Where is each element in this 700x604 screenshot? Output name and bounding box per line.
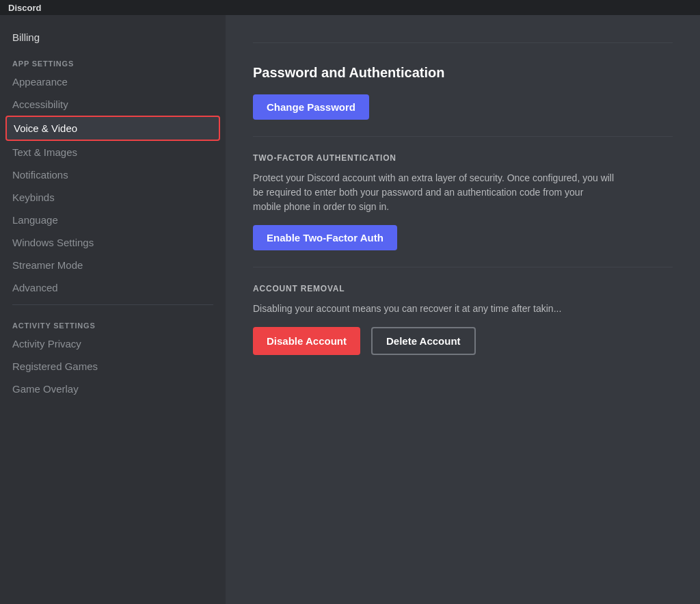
- disable-account-button[interactable]: Disable Account: [253, 327, 360, 355]
- sidebar-item-billing[interactable]: Billing: [5, 26, 220, 49]
- sidebar-item-game-overlay[interactable]: Game Overlay: [5, 378, 220, 400]
- sidebar-item-language[interactable]: Language: [5, 209, 220, 231]
- account-removal-section: ACCOUNT REMOVAL Disabling your account m…: [253, 284, 673, 355]
- sidebar-item-label: Appearance: [12, 76, 68, 88]
- sidebar-item-keybinds[interactable]: Keybinds: [5, 186, 220, 209]
- sidebar-divider: [12, 304, 213, 305]
- sidebar-item-notifications[interactable]: Notifications: [5, 163, 220, 186]
- change-password-button[interactable]: Change Password: [253, 94, 369, 120]
- sidebar-item-label: Registered Games: [12, 360, 98, 372]
- title-bar: Discord: [0, 0, 700, 15]
- two-factor-desc: Protect your Discord account with an ext…: [253, 171, 673, 214]
- app-title: Discord: [8, 3, 41, 13]
- sidebar-item-windows-settings[interactable]: Windows Settings: [5, 231, 220, 254]
- sidebar-item-label: Game Overlay: [12, 383, 79, 395]
- sidebar-item-label: Advanced: [12, 282, 58, 293]
- two-factor-desc-line3: mobile phone in order to sign in.: [253, 201, 389, 212]
- sidebar-item-advanced[interactable]: Advanced: [5, 276, 220, 299]
- sidebar-section-activity-settings: ACTIVITY SETTINGS: [5, 311, 220, 332]
- top-divider: [253, 42, 673, 43]
- sidebar-item-label: Keybinds: [12, 192, 55, 203]
- main-layout: Billing APP SETTINGS Appearance Accessib…: [0, 15, 700, 604]
- sidebar-item-label: Text & Images: [12, 146, 77, 158]
- sidebar-item-label: Activity Privacy: [12, 338, 81, 350]
- sidebar: Billing APP SETTINGS Appearance Accessib…: [0, 15, 226, 604]
- mid-divider-2: [253, 267, 673, 267]
- sidebar-item-voice-video[interactable]: Voice & Video: [5, 116, 220, 141]
- sidebar-item-label: Billing: [12, 31, 40, 43]
- sidebar-item-registered-games[interactable]: Registered Games: [5, 355, 220, 378]
- two-factor-desc-line2: be required to enter both your password …: [253, 187, 583, 198]
- sidebar-item-label: Language: [12, 214, 58, 226]
- sidebar-item-accessibility[interactable]: Accessibility: [5, 93, 220, 116]
- sidebar-item-label: Streamer Mode: [12, 259, 83, 271]
- sidebar-item-label: Notifications: [12, 169, 68, 181]
- content-area: Password and Authentication Change Passw…: [226, 15, 700, 604]
- sidebar-item-appearance[interactable]: Appearance: [5, 70, 220, 93]
- delete-account-button[interactable]: Delete Account: [371, 327, 476, 355]
- section-title: Password and Authentication: [253, 65, 673, 81]
- enable-two-factor-button[interactable]: Enable Two-Factor Auth: [253, 225, 397, 250]
- sidebar-item-activity-privacy[interactable]: Activity Privacy: [5, 332, 220, 355]
- sidebar-item-streamer-mode[interactable]: Streamer Mode: [5, 254, 220, 276]
- account-removal-label: ACCOUNT REMOVAL: [253, 284, 673, 293]
- sidebar-item-label: Voice & Video: [14, 122, 77, 134]
- sidebar-item-label: Windows Settings: [12, 237, 94, 248]
- sidebar-item-label: Accessibility: [12, 99, 68, 110]
- two-factor-label: TWO-FACTOR AUTHENTICATION: [253, 153, 673, 163]
- sidebar-item-text-images[interactable]: Text & Images: [5, 141, 220, 163]
- mid-divider-1: [253, 136, 673, 137]
- sidebar-section-app-settings: APP SETTINGS: [5, 49, 220, 70]
- removal-buttons: Disable Account Delete Account: [253, 327, 673, 355]
- account-removal-desc: Disabling your account means you can rec…: [253, 302, 673, 316]
- two-factor-desc-line1: Protect your Discord account with an ext…: [253, 172, 614, 183]
